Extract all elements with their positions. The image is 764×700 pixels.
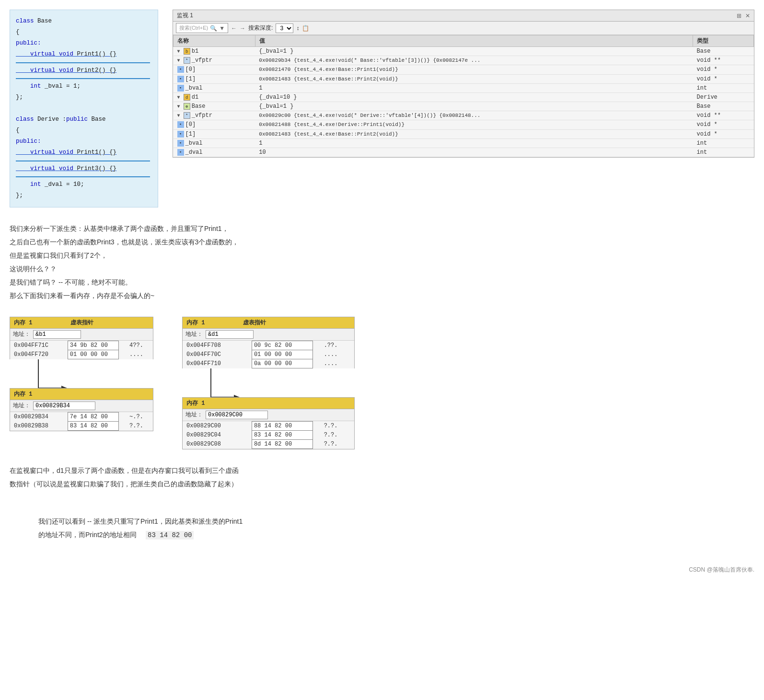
addr-cell: 0x004FF71C <box>10 341 68 350</box>
analysis-line: 我们来分析一下派生类：从基类中继承了两个虚函数，并且重写了Print1， <box>10 222 754 235</box>
toolbar-icon2[interactable]: 📋 <box>302 25 309 32</box>
row-name: ▪[0] <box>174 65 255 74</box>
addr-cell: 0x004FF70C <box>183 350 252 359</box>
table-header: 名称 值 类型 <box>174 35 754 47</box>
table-row: ▪[1] 0x00821483 {test_4_4.exe!Base::Prin… <box>174 129 754 138</box>
nav-back[interactable]: ← <box>231 25 237 32</box>
memory-row: 0x004FF710 0a 00 00 00 .... <box>183 359 354 368</box>
nav-forward[interactable]: → <box>240 25 245 32</box>
analysis-text: 我们来分析一下派生类：从基类中继承了两个虚函数，并且重写了Print1， 之后自… <box>10 217 754 307</box>
hex-cell: 7e 14 82 00 <box>68 412 118 421</box>
row-type: void * <box>693 120 754 129</box>
var-icon: ▪ <box>177 85 184 92</box>
row-type: void ** <box>693 56 754 65</box>
depth-select[interactable]: 3 1 2 4 5 <box>276 23 293 33</box>
top-section: class Base { public: virtual void Print1… <box>10 10 754 207</box>
memory-title: 内存 1 <box>186 319 205 327</box>
ascii-cell: ?.?. <box>313 430 354 439</box>
row-name: ▼ dd1 <box>174 92 255 102</box>
addr-label: 地址： <box>13 330 30 338</box>
table-row: ▪[0] 0x00821488 {test_4_4.exe!Derive::Pr… <box>174 120 754 129</box>
table-row: ▪_bval 1 int <box>174 83 754 92</box>
hex-cell: 88 14 82 00 <box>252 421 313 430</box>
analysis-line: 是我们错了吗？ -- 不可能，绝对不可能。 <box>10 275 754 289</box>
row-name: ▼ *_vfptr <box>174 56 255 65</box>
class-derive: class Derive :public Base { public: virt… <box>16 114 150 201</box>
addr-cell: 0x00829C00 <box>183 421 252 430</box>
addr-cell: 0x004FF720 <box>10 350 68 359</box>
code-line: { <box>16 125 150 136</box>
arrow-area-right <box>182 368 355 397</box>
hex-cell: 00 9c 82 00 <box>252 341 313 350</box>
var-icon: ▪ <box>177 131 184 138</box>
memory-table: 0x004FF708 00 9c 82 00 .??. 0x004FF70C 0… <box>183 341 354 368</box>
row-value: 10 <box>255 148 693 157</box>
search-box[interactable]: 搜索(Ctrl+E) 🔍 ▼ <box>176 23 228 33</box>
code-line: { <box>16 27 150 38</box>
code-line: virtual void Print1() {} <box>16 49 150 60</box>
watch-table: 名称 值 类型 ▼ bb1 {_bval=1 } Base <box>173 35 754 157</box>
memory-table: 0x00829C00 88 14 82 00 ?.?. 0x00829C04 8… <box>183 421 354 449</box>
row-name: ▪_bval <box>174 83 255 92</box>
memory-toolbar: 地址： <box>183 329 354 341</box>
main-container: class Base { public: virtual void Print1… <box>10 10 754 574</box>
row-name: ▪_dval <box>174 148 255 157</box>
code-line: int _bval = 1; <box>16 81 150 92</box>
row-name: ▪[0] <box>174 120 255 129</box>
table-row: ▼ dd1 {_dval=10 } Derive <box>174 92 754 102</box>
row-value: 0x00821483 {test_4_4.exe!Base::Print2(vo… <box>255 74 693 83</box>
row-value: 0x00829c00 {test_4_4.exe!void(* Derive::… <box>255 111 693 120</box>
dropdown-icon[interactable]: ▼ <box>219 25 225 32</box>
addr-input[interactable] <box>33 330 81 339</box>
row-type: Base <box>693 102 754 111</box>
row-name: ▼ *_vfptr <box>174 111 255 120</box>
col-type: 类型 <box>693 35 754 47</box>
memory-window-b1-addr: 内存 1 地址： 0x00829B34 7e 14 82 00 ~.?. 0x0… <box>10 388 153 431</box>
watch-titlebar: 监视 1 ⊞ ✕ <box>173 10 754 22</box>
footer-text: CSDN @落魄山首席伙奉. <box>689 566 754 573</box>
row-type: void ** <box>693 111 754 120</box>
memory-window-d1: 内存 1 虚表指针 地址： 0x004FF708 00 9c 82 00 .??… <box>182 317 355 368</box>
memory-row: 0x00829B38 83 14 82 00 ?.?. <box>10 421 153 430</box>
memory-table: 0x004FF71C 34 9b 82 00 4??. 0x004FF720 0… <box>10 341 153 359</box>
var-icon: ▪ <box>177 121 184 128</box>
row-name: ▪_bval <box>174 138 255 148</box>
addr-input[interactable] <box>206 411 268 419</box>
arrow-svg-right <box>182 368 355 397</box>
table-row: ▼ *_vfptr 0x00829c00 {test_4_4.exe!void(… <box>174 111 754 120</box>
row-value: {_bval=1 } <box>255 47 693 56</box>
row-name: ▪[1] <box>174 74 255 83</box>
watch-title: 监视 1 <box>177 11 193 20</box>
memory-title: 内存 1 <box>186 399 205 407</box>
hex-value: 83 14 82 00 <box>146 531 194 539</box>
memory-titlebar: 内存 1 <box>10 389 153 400</box>
hex-cell: 83 14 82 00 <box>68 421 118 430</box>
table-row: ▪[1] 0x00821483 {test_4_4.exe!Base::Prin… <box>174 74 754 83</box>
addr-cell: 0x00829B34 <box>10 412 68 421</box>
class-base: class Base { public: virtual void Print1… <box>16 16 150 103</box>
close-icon[interactable]: ✕ <box>745 12 750 19</box>
pin-icon[interactable]: ⊞ <box>737 12 741 19</box>
code-line: int _dval = 10; <box>16 179 150 190</box>
svg-marker-5 <box>234 395 240 397</box>
var-icon: ▪ <box>177 140 184 147</box>
memory-window-b1: 内存 1 虚表指针 地址： 0x004FF71C 34 9b 82 00 4??… <box>10 317 153 359</box>
left-memory-group: 内存 1 虚表指针 地址： 0x004FF71C 34 9b 82 00 4??… <box>10 317 153 431</box>
addr-cell: 0x00829C08 <box>183 439 252 448</box>
memory-row: 0x004FF70C 01 00 00 00 .... <box>183 350 354 359</box>
code-line: }; <box>16 92 150 103</box>
row-value: {_dval=10 } <box>255 92 693 102</box>
arrow-svg-left <box>10 359 144 388</box>
toolbar-icon1[interactable]: ↕ <box>296 25 299 32</box>
code-line: virtual void Print1() {} <box>16 147 150 158</box>
svg-marker-2 <box>61 386 67 388</box>
row-type: int <box>693 83 754 92</box>
analysis-line: 这说明什么？？ <box>10 262 754 275</box>
hex-cell: 34 9b 82 00 <box>68 341 118 350</box>
addr-input[interactable] <box>33 402 95 410</box>
addr-label: 地址： <box>185 411 203 419</box>
memory-row: 0x00829B34 7e 14 82 00 ~.?. <box>10 412 153 421</box>
memory-row: 0x004FF720 01 00 00 00 .... <box>10 350 153 359</box>
memory-toolbar: 地址： <box>10 400 153 412</box>
addr-input[interactable] <box>206 330 254 339</box>
